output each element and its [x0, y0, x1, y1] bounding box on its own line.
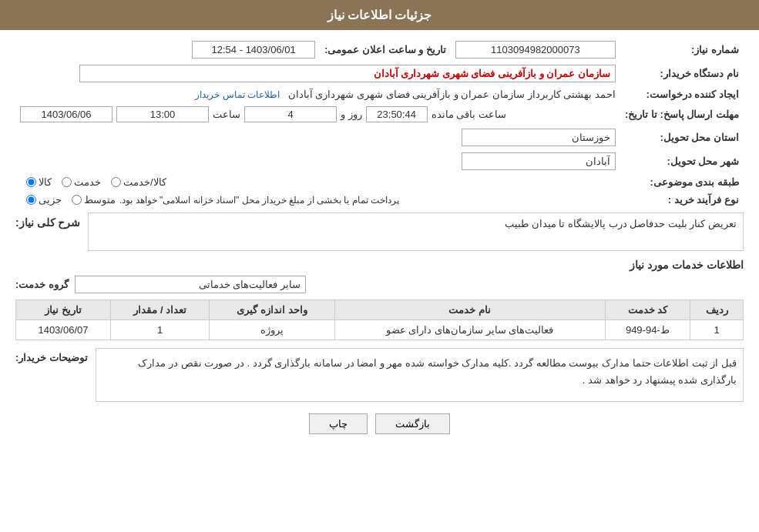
- deadline-time: 13:00: [116, 106, 209, 122]
- service-group-value: سایر فعالیت‌های خدماتی: [75, 276, 306, 293]
- deadline-day-label: روز و: [341, 109, 362, 120]
- subject-label: طبقه بندی موضوعی:: [620, 173, 744, 191]
- announce-value: 1403/06/01 - 12:54: [192, 41, 315, 59]
- need-number-label: شماره نیاز:: [620, 38, 744, 62]
- col-code: کد خدمت: [605, 300, 690, 320]
- services-table: ردیف کد خدمت نام خدمت واحد اندازه گیری ت…: [15, 299, 744, 340]
- table-cell: 1: [110, 320, 210, 340]
- deadline-label: مهلت ارسال پاسخ: تا تاریخ:: [620, 103, 744, 125]
- col-qty: تعداد / مقدار: [110, 300, 210, 320]
- table-cell: ط-94-949: [605, 320, 690, 340]
- service-group-label: گروه خدمت:: [15, 279, 69, 290]
- page-title: جزئیات اطلاعات نیاز: [327, 8, 432, 22]
- creator-value: احمد بهشتی کاربرداز سازمان عمران و بازآف…: [288, 89, 616, 100]
- buyer-notes-label: توضیحات خریدار:: [15, 348, 88, 363]
- subject-khedmat-option[interactable]: خدمت: [62, 176, 101, 188]
- buttons-row: بازگشت چاپ: [15, 413, 744, 434]
- table-cell: پروژه: [210, 320, 334, 340]
- deadline-days: 4: [244, 106, 337, 122]
- deadline-remaining-label: ساعت باقی مانده: [432, 109, 506, 120]
- col-unit: واحد اندازه گیری: [210, 300, 334, 320]
- contact-link[interactable]: اطلاعات تماس خریدار: [195, 89, 280, 100]
- buyer-label: نام دستگاه خریدار:: [620, 62, 744, 85]
- province-value: خوزستان: [462, 129, 616, 146]
- announce-label: تاریخ و ساعت اعلان عمومی:: [320, 38, 451, 62]
- description-value: تعریض کنار بلیت حدفاصل درب پالایشگاه تا …: [505, 218, 737, 229]
- page-header: جزئیات اطلاعات نیاز: [0, 0, 759, 30]
- col-name: نام خدمت: [334, 300, 605, 320]
- back-button[interactable]: بازگشت: [375, 413, 450, 434]
- buyer-value: سازمان عمران و بازآفرینی فضای شهری شهردا…: [79, 65, 616, 82]
- table-cell: 1: [690, 320, 744, 340]
- creator-label: ایجاد کننده درخواست:: [620, 85, 744, 103]
- deadline-time-label: ساعت: [213, 109, 240, 120]
- buyer-notes-box: قبل از ثبت اطلاعات حتما مدارک بیوست مطال…: [96, 348, 744, 402]
- process-motavasset-option[interactable]: متوسط: [72, 194, 116, 206]
- process-jozi-option[interactable]: جزیی: [26, 194, 62, 206]
- description-label: شرح کلی نیاز:: [15, 212, 80, 229]
- need-number-value: 1103094982000073: [455, 41, 616, 59]
- buyer-notes: قبل از ثبت اطلاعات حتما مدارک بیوست مطال…: [138, 357, 737, 386]
- table-row: 1ط-94-949فعالیت‌های سایر سازمان‌های دارا…: [16, 320, 744, 340]
- subject-kala-khedmat-option[interactable]: کالا/خدمت: [111, 176, 166, 188]
- process-label: نوع فرآیند خرید :: [620, 191, 744, 209]
- table-cell: فعالیت‌های سایر سازمان‌های دارای عضو: [334, 320, 605, 340]
- col-date: تاریخ نیاز: [16, 300, 111, 320]
- print-button[interactable]: چاپ: [309, 413, 368, 434]
- city-value: آبادان: [462, 152, 616, 170]
- process-note: پرداخت تمام یا بخشی از مبلغ خریداز محل "…: [119, 195, 399, 206]
- deadline-remaining: 23:50:44: [366, 106, 428, 122]
- description-box: تعریض کنار بلیت حدفاصل درب پالایشگاه تا …: [88, 212, 744, 251]
- city-label: شهر محل تحویل:: [620, 149, 744, 173]
- services-section-title: اطلاعات خدمات مورد نیاز: [15, 259, 744, 271]
- table-cell: 1403/06/07: [16, 320, 111, 340]
- col-row: ردیف: [690, 300, 744, 320]
- subject-kala-option[interactable]: کالا: [26, 176, 52, 188]
- deadline-date: 1403/06/06: [20, 106, 113, 122]
- province-label: استان محل تحویل:: [620, 125, 744, 149]
